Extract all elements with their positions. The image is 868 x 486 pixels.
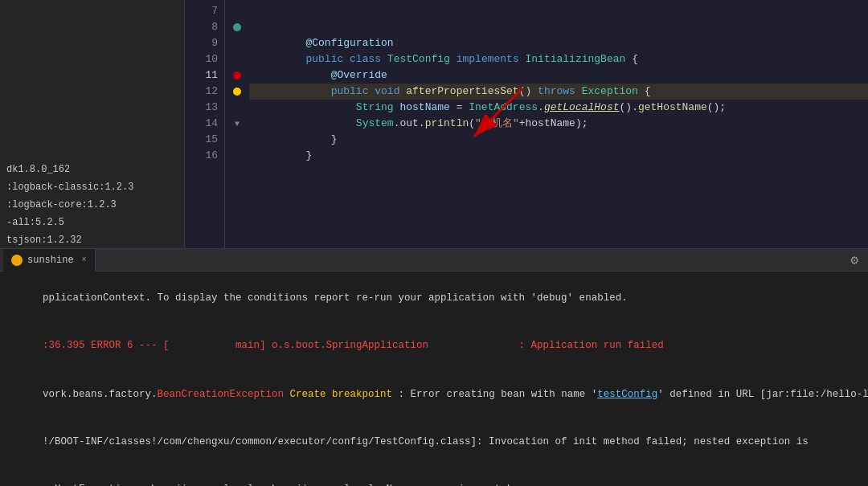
library-sidebar: dk1.8.0_162 :logback-classic:1.2.3 :logb… — [0, 0, 185, 249]
gutter-11 — [225, 67, 249, 84]
editor-area: dk1.8.0_162 :logback-classic:1.2.3 :logb… — [0, 0, 868, 249]
line-num-12: 12 — [185, 84, 224, 100]
line-num-10: 10 — [185, 51, 224, 67]
warning-icon — [233, 88, 241, 96]
brace-open-11: { — [638, 85, 651, 97]
console-line-4: vork.beans.factory.BeanCreationException… — [0, 371, 868, 419]
annotation-configuration: @Configuration — [305, 37, 393, 49]
create-breakpoint: Create breakpoint — [284, 389, 392, 400]
plus-hostname: +hostName); — [519, 117, 588, 129]
kw-public-11: public — [331, 85, 375, 97]
line-num-16: 16 — [185, 148, 224, 164]
code-editor: 7 8 9 10 11 12 13 14 15 16 — [185, 0, 868, 248]
cls-exception: Exception — [582, 85, 638, 97]
line-numbers: 7 8 9 10 11 12 13 14 15 16 — [185, 0, 225, 248]
kw-throws: throws — [538, 85, 582, 97]
sidebar-item-all: -all:5.2.5 — [0, 214, 184, 231]
dot-12: . — [538, 101, 544, 113]
fn-gethostname: getHostName — [638, 101, 707, 113]
console-tab-sunshine[interactable]: sunshine × — [3, 249, 96, 272]
paren-11: () — [519, 85, 538, 97]
sun-icon — [11, 255, 23, 266]
console-area: sunshine × ⚙ pplicationContext. To displ… — [0, 249, 868, 486]
console-line-6: vnHostException: zhangjin.novalocal: zha… — [0, 466, 868, 486]
sidebar-item-jdk: dk1.8.0_162 — [0, 161, 184, 178]
line-num-11: 11 — [185, 67, 224, 84]
code-line-16 — [249, 148, 868, 164]
line-num-9: 9 — [185, 35, 224, 51]
code-line-7 — [249, 3, 868, 19]
bookmark-icon — [231, 21, 244, 34]
console-tab-bar: sunshine × ⚙ — [0, 249, 868, 272]
console-text-4c: ' defined in URL [jar:file:/hello-l — [657, 389, 868, 400]
sidebar-item-logback-classic: :logback-classic:1.2.3 — [0, 178, 184, 196]
gutter-9 — [225, 35, 249, 51]
breakpoint-icon — [233, 71, 241, 80]
fn-afterpropertiesset: afterPropertiesSet — [406, 85, 518, 97]
gutter-15 — [225, 132, 249, 148]
tab-close-button[interactable]: × — [82, 255, 87, 264]
gutter-10 — [225, 51, 249, 67]
gutter-16 — [225, 148, 249, 164]
paren-13: ( — [469, 117, 475, 129]
fn-println: println — [425, 117, 469, 129]
console-text-5: !/BOOT-INF/classes!/com/chengxu/common/e… — [43, 436, 809, 447]
console-output: pplicationContext. To display the condit… — [0, 272, 868, 486]
exception-class: BeanCreationException — [158, 389, 285, 400]
fold-icon: ▼ — [235, 120, 240, 129]
str-zhujiming: "主机名" — [475, 117, 519, 129]
sidebar-item-tsjson: tsjson:1.2.32 — [0, 231, 184, 249]
cls-inetaddress: InetAddress — [469, 101, 538, 113]
console-tab-label: sunshine — [27, 255, 74, 266]
console-text-4b: : Error creating bean with name ' — [392, 389, 597, 400]
annotation-override: @Override — [331, 69, 387, 81]
svg-point-0 — [233, 23, 241, 31]
line-num-14: 14 — [185, 116, 224, 132]
cls-testconfig: TestConfig — [387, 53, 457, 65]
gutter-14: ▼ — [225, 116, 249, 132]
gutter-7 — [225, 3, 249, 19]
editor-gutter: ▼ — [225, 0, 249, 248]
code-lines: @Configuration public class TestConfig i… — [249, 0, 868, 248]
line-num-15: 15 — [185, 132, 224, 148]
line-num-7: 7 — [185, 3, 224, 19]
semi-12: (); — [707, 101, 726, 113]
code-line-8: @Configuration — [249, 19, 868, 35]
paren-12: (). — [620, 101, 638, 113]
line-num-13: 13 — [185, 100, 224, 116]
line-num-8: 8 — [185, 19, 224, 35]
kw-class-9: class — [350, 53, 387, 65]
var-hostname: hostName — [399, 101, 449, 113]
eq-12: = — [450, 101, 469, 113]
dot-out: .out. — [394, 117, 425, 129]
cls-string: String — [356, 101, 400, 113]
iface-initializingbean: InitializingBean — [526, 53, 626, 65]
brace-open-9: { — [625, 53, 638, 65]
console-text-2: :36.395 ERROR 6 --- [ main] o.s.boot.Spr… — [43, 340, 664, 351]
console-line-1: pplicationContext. To display the condit… — [0, 275, 868, 322]
fn-getlocalhost: getLocalHost — [544, 101, 620, 113]
brace-close-15: } — [305, 149, 312, 161]
console-line-5: !/BOOT-INF/classes!/com/chengxu/common/e… — [0, 419, 868, 466]
console-text-1: pplicationContext. To display the condit… — [43, 292, 628, 304]
kw-public-9: public — [305, 53, 350, 65]
brace-close-14: } — [331, 133, 338, 145]
cls-system: System — [356, 117, 394, 129]
bean-name-link[interactable]: testConfig — [597, 389, 657, 400]
console-line-2: :36.395 ERROR 6 --- [ main] o.s.boot.Spr… — [0, 322, 868, 370]
kw-implements: implements — [457, 53, 526, 65]
console-settings-button[interactable]: ⚙ — [844, 252, 865, 268]
kw-void-11: void — [375, 85, 406, 97]
gutter-13 — [225, 100, 249, 116]
gutter-8 — [225, 19, 249, 35]
sidebar-item-logback-core: :logback-core:1.2.3 — [0, 196, 184, 214]
gutter-12 — [225, 84, 249, 100]
code-line-15: } — [249, 132, 868, 148]
console-prefix-4: vork.beans.factory. — [43, 389, 158, 400]
